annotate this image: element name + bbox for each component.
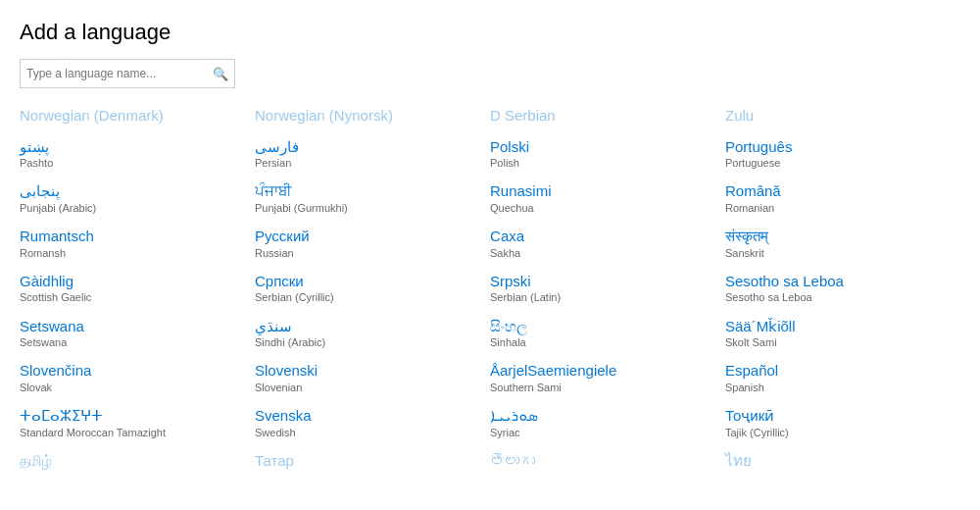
lang-english-name: Setswana: [20, 335, 245, 349]
lang-native-name: Gàidhlig: [20, 272, 245, 291]
search-input[interactable]: [26, 67, 213, 80]
lang-native-name: Саха: [490, 227, 715, 246]
lang-native-name: Српски: [255, 272, 480, 291]
lang-native-name: ⵜⴰⵎⴰⵣⵉⵖⵜ: [20, 406, 245, 426]
list-item[interactable]: پنجابیPunjabi (Arabic): [20, 178, 255, 223]
lang-english-name: Slovak: [20, 381, 245, 394]
lang-english-name: Sinhala: [490, 335, 715, 349]
lang-native-name: தமிழ்: [20, 451, 245, 471]
list-item[interactable]: RunasimiQuechua: [490, 178, 725, 223]
lang-native-name: తెలుగు: [490, 451, 715, 471]
list-item[interactable]: Norwegian (Denmark): [20, 102, 255, 133]
lang-native-name: پښتو: [20, 137, 245, 157]
list-item[interactable]: Norwegian (Nynorsk): [255, 102, 490, 133]
lang-native-name: Runasimi: [490, 181, 715, 201]
lang-english-name: Punjabi (Gurmukhi): [255, 201, 480, 215]
lang-native-name: Русский: [255, 227, 480, 246]
lang-native-name: Sää´Mǩiõll: [725, 317, 951, 336]
list-item[interactable]: فارسیPersian: [255, 133, 490, 178]
lang-native-name: Svenska: [255, 406, 480, 426]
list-item[interactable]: PolskiPolish: [490, 133, 725, 178]
lang-native-name: Rumantsch: [20, 227, 245, 246]
lang-english-name: Serbian (Cyrillic): [255, 290, 480, 304]
list-item[interactable]: SrpskiSerbian (Latin): [490, 268, 725, 313]
list-item[interactable]: PortuguêsPortuguese: [725, 133, 960, 178]
list-item[interactable]: Татар: [255, 447, 490, 479]
lang-english-name: Tajik (Cyrillic): [725, 426, 951, 439]
lang-native-name: සිංහල: [490, 317, 715, 336]
list-item[interactable]: СрпскиSerbian (Cyrillic): [255, 268, 490, 313]
list-item[interactable]: ⵜⴰⵎⴰⵣⵉⵖⵜStandard Moroccan Tamazight: [20, 402, 255, 447]
lang-english-name: Polish: [490, 156, 715, 170]
lang-native-name: Español: [725, 361, 951, 381]
search-box[interactable]: 🔍: [20, 59, 235, 88]
list-item[interactable]: GàidhligScottish Gaelic: [20, 268, 255, 313]
lang-english-name: Romanian: [725, 201, 951, 215]
list-item[interactable]: RomânăRomanian: [725, 178, 960, 223]
page-title: Add a language: [20, 20, 960, 45]
list-item[interactable]: D Serbian: [490, 102, 725, 133]
lang-native-name: Norwegian (Denmark): [20, 106, 245, 126]
lang-english-name: Sakha: [490, 246, 715, 260]
list-item[interactable]: RumantschRomansh: [20, 223, 255, 268]
list-item[interactable]: ТоҷикӣTajik (Cyrillic): [725, 402, 960, 447]
lang-english-name: Sindhi (Arabic): [255, 335, 480, 349]
lang-english-name: Romansh: [20, 246, 245, 260]
lang-native-name: ไทย: [725, 451, 951, 471]
lang-english-name: Southern Sami: [490, 381, 715, 394]
list-item[interactable]: РусскийRussian: [255, 223, 490, 268]
search-icon: 🔍: [213, 67, 228, 81]
lang-english-name: Scottish Gaelic: [20, 290, 245, 304]
list-item[interactable]: Zulu: [725, 102, 960, 133]
lang-english-name: Sesotho sa Leboa: [725, 290, 951, 304]
list-item[interactable]: СахаSakha: [490, 223, 725, 268]
lang-english-name: Swedish: [255, 426, 480, 439]
lang-english-name: Sanskrit: [725, 246, 951, 260]
list-item[interactable]: తెలుగు: [490, 447, 725, 479]
list-item[interactable]: ไทย: [725, 447, 960, 479]
lang-english-name: Persian: [255, 156, 480, 170]
lang-native-name: Polski: [490, 137, 715, 157]
list-item[interactable]: SlovenčinaSlovak: [20, 357, 255, 402]
list-item[interactable]: SetswanaSetswana: [20, 313, 255, 358]
language-grid: Norwegian (Denmark)Norwegian (Nynorsk)D …: [20, 102, 960, 479]
list-item[interactable]: සිංහලSinhala: [490, 313, 725, 358]
lang-native-name: ÅarjelSaemiengiele: [490, 361, 715, 381]
lang-english-name: Portuguese: [725, 156, 951, 170]
lang-english-name: Spanish: [725, 381, 951, 394]
list-item[interactable]: ܣܘܪܝܝܐSyriac: [490, 402, 725, 447]
page-container: Add a language 🔍 Norwegian (Denmark)Norw…: [0, 0, 980, 488]
list-item[interactable]: SvenskaSwedish: [255, 402, 490, 447]
lang-english-name: Punjabi (Arabic): [20, 201, 245, 215]
lang-native-name: Татар: [255, 451, 480, 471]
lang-native-name: Slovenčina: [20, 361, 245, 381]
lang-english-name: Standard Moroccan Tamazight: [20, 426, 245, 439]
lang-native-name: فارسی: [255, 137, 480, 157]
list-item[interactable]: தமிழ்: [20, 447, 255, 479]
lang-english-name: Serbian (Latin): [490, 290, 715, 304]
list-item[interactable]: Sää´MǩiõllSkolt Sami: [725, 313, 960, 358]
lang-native-name: Slovenski: [255, 361, 480, 381]
list-item[interactable]: ਪੰਜਾਬੀPunjabi (Gurmukhi): [255, 178, 490, 223]
list-item[interactable]: سنڌيSindhi (Arabic): [255, 313, 490, 358]
list-item[interactable]: Sesotho sa LeboaSesotho sa Leboa: [725, 268, 960, 313]
lang-native-name: Zulu: [725, 106, 951, 126]
lang-native-name: پنجابی: [20, 181, 245, 201]
list-item[interactable]: پښتوPashto: [20, 133, 255, 178]
lang-english-name: Skolt Sami: [725, 335, 951, 349]
lang-native-name: संस्कृतम्: [725, 227, 951, 246]
lang-native-name: Sesotho sa Leboa: [725, 272, 951, 291]
lang-english-name: Pashto: [20, 156, 245, 170]
lang-native-name: Norwegian (Nynorsk): [255, 106, 480, 126]
lang-native-name: D Serbian: [490, 106, 715, 126]
list-item[interactable]: SlovenskiSlovenian: [255, 357, 490, 402]
lang-native-name: ܣܘܪܝܝܐ: [490, 406, 715, 426]
lang-native-name: ਪੰਜਾਬੀ: [255, 181, 480, 201]
lang-native-name: Português: [725, 137, 951, 157]
lang-english-name: Slovenian: [255, 381, 480, 394]
lang-english-name: Russian: [255, 246, 480, 260]
list-item[interactable]: EspañolSpanish: [725, 357, 960, 402]
lang-native-name: سنڌي: [255, 317, 480, 336]
list-item[interactable]: ÅarjelSaemiengieleSouthern Sami: [490, 357, 725, 402]
list-item[interactable]: संस्कृतम्Sanskrit: [725, 223, 960, 268]
